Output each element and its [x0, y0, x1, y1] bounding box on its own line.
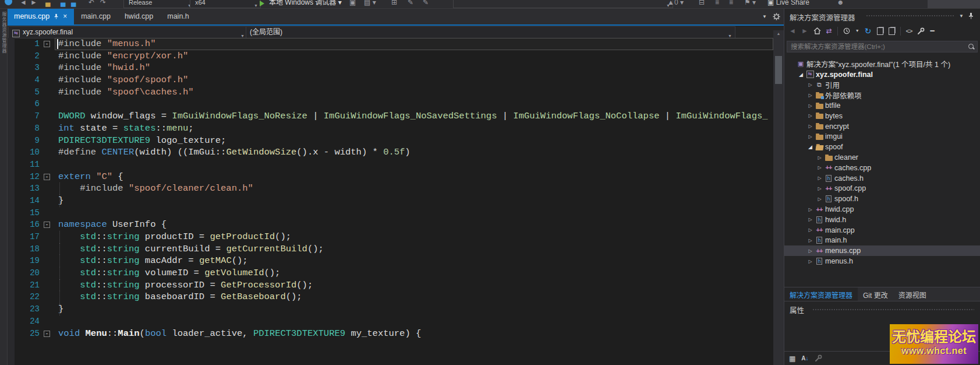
collapsed-arrow-icon[interactable]: ▷ — [806, 227, 814, 233]
sync-with-active-document-icon[interactable]: ⇄ — [826, 27, 832, 34]
tree-item--[interactable]: ▷外部依赖项 — [784, 90, 980, 100]
code-line[interactable]: 10#define CENTER(width) ((ImGui::GetWind… — [7, 146, 773, 159]
collapsed-arrow-icon[interactable]: ▷ — [806, 103, 814, 108]
tab-list-chevron-icon[interactable]: ▼ — [762, 14, 767, 19]
collapsed-arrow-icon[interactable]: ▷ — [806, 259, 814, 264]
undo-icon[interactable]: ↶ — [89, 0, 94, 8]
code-line[interactable]: 5#include "spoof\caches.h" — [7, 86, 773, 99]
start-debugging-icon[interactable] — [260, 1, 264, 6]
code-line[interactable]: 7DWORD window_flags = ImGuiWindowFlags_N… — [7, 110, 773, 122]
fold-collapse-icon[interactable]: - — [44, 174, 50, 180]
open-folder-icon[interactable]: ▄ — [45, 0, 51, 8]
search-input[interactable] — [787, 41, 977, 52]
platform-dropdown[interactable]: x64▼ — [190, 0, 261, 8]
home-icon[interactable] — [813, 27, 821, 34]
code-line[interactable]: 8int state = states::menu; — [7, 122, 773, 135]
fold-collapse-icon[interactable]: - — [44, 222, 50, 228]
collapsed-arrow-icon[interactable]: ▷ — [816, 196, 823, 202]
code-line[interactable]: 14} — [7, 195, 773, 207]
bottom-tab-Git-更改[interactable]: Git 更改 — [858, 287, 893, 301]
solution-explorer-search[interactable] — [787, 41, 978, 52]
bottom-tab-资源视图[interactable]: 资源视图 — [893, 287, 932, 301]
code-line[interactable]: 11 — [7, 159, 773, 171]
code-line[interactable]: 3#include "hwid.h" — [7, 62, 773, 74]
pin-icon[interactable] — [54, 13, 59, 19]
properties-pages-wrench-icon[interactable] — [815, 355, 822, 362]
code-line[interactable]: 20 std::string volumeID = getVolumeId(); — [7, 267, 773, 279]
code-line[interactable]: 18 std::string currentBuild = getCurrent… — [7, 243, 773, 255]
expanded-arrow-icon[interactable]: ◢ — [806, 144, 814, 150]
tree-item-main.cpp[interactable]: ▷++main.cpp — [784, 225, 980, 236]
configuration-dropdown[interactable]: Release▼ — [123, 0, 194, 8]
code-line[interactable]: 23} — [7, 303, 773, 315]
navigate-forward-icon[interactable]: ► — [30, 0, 37, 8]
tree-item-imgui[interactable]: ▷imgui — [784, 132, 980, 142]
code-line[interactable]: 13 #include "spoof/cleaner/clean.h" — [7, 182, 773, 195]
redo-icon[interactable]: ↷ — [100, 0, 106, 8]
properties-header[interactable]: 属性 — [784, 301, 980, 315]
global-scope-dropdown[interactable]: (全局范围)▼ — [246, 26, 735, 38]
bottom-tab-解决方案资源管理器[interactable]: 解决方案资源管理器 — [784, 287, 858, 301]
code-line[interactable]: 6 — [7, 98, 773, 110]
feedback-button[interactable] — [928, 0, 980, 8]
code-line[interactable]: 21 std::string processorID = GetProcesso… — [7, 279, 773, 292]
code-line[interactable]: 12-extern "C" { — [7, 171, 773, 183]
scrollbar-thumb[interactable] — [775, 56, 782, 84]
refresh-icon[interactable]: ↻ — [865, 27, 872, 34]
tree-item--[interactable]: ▷⧉引用 — [784, 80, 980, 90]
window-position-chevron-icon[interactable]: ▼ — [959, 13, 964, 19]
collapsed-arrow-icon[interactable]: ▷ — [806, 217, 814, 222]
tree-item-spoof.cpp[interactable]: ▷++spoof.cpp — [784, 184, 980, 194]
collapsed-arrow-icon[interactable]: ▷ — [806, 113, 814, 118]
tree-item-hwid.h[interactable]: ▷hhwid.h — [784, 215, 980, 225]
fold-collapse-icon[interactable]: - — [44, 41, 50, 47]
tab-menus.cpp[interactable]: menus.cpp× — [7, 8, 74, 24]
properties-wrench-icon[interactable] — [917, 27, 925, 35]
categorized-icon[interactable]: ▦ — [789, 355, 795, 363]
code-area[interactable]: 1-#include "menus.h"2#include "encrypt/x… — [7, 38, 773, 365]
debug-target-button[interactable]: 本地 Windows 调试器 ▾ — [269, 0, 342, 8]
alphabetical-sort-icon[interactable]: A↓ — [801, 355, 808, 362]
collapsed-arrow-icon[interactable]: ▷ — [806, 82, 814, 87]
collapsed-arrow-icon[interactable]: ▷ — [806, 134, 814, 139]
tree-item-menus.cpp[interactable]: ▷++menus.cpp — [784, 245, 980, 256]
code-line[interactable]: 17 std::string productID = getProductId(… — [7, 231, 773, 243]
code-line[interactable]: 16-namespace UserInfo { — [7, 219, 773, 231]
tree-item-caches.cpp[interactable]: ▷++caches.cpp — [784, 163, 980, 173]
collapsed-arrow-icon[interactable]: ▷ — [806, 124, 814, 129]
tab-options-gear-icon[interactable] — [773, 13, 780, 20]
collapsed-arrow-icon[interactable]: ▷ — [816, 165, 823, 170]
code-line[interactable]: 24 — [7, 315, 773, 328]
tree-item-main.h[interactable]: ▷hmain.h — [784, 236, 980, 246]
collapsed-arrow-icon[interactable]: ▷ — [816, 155, 823, 160]
collapsed-arrow-icon[interactable]: ▷ — [806, 238, 814, 243]
code-line[interactable]: 25-void Menu::Main(bool loader_active, P… — [7, 328, 773, 340]
close-tab-icon[interactable]: × — [63, 13, 67, 20]
sync-status-icon[interactable] — [5, 0, 12, 5]
tree-item-xyz.spoofer.final[interactable]: ◢⇆xyz.spoofer.final — [784, 69, 980, 80]
flag-icon[interactable]: ⚑ ▾ — [744, 0, 756, 8]
tree-item-spoof.h[interactable]: ▷hspoof.h — [784, 194, 980, 204]
save-all-icon[interactable]: ▄ — [71, 0, 76, 8]
pending-changes-filter-icon[interactable] — [843, 27, 850, 34]
collapsed-arrow-icon[interactable]: ▷ — [806, 207, 814, 212]
toolbar-empty-dropdown[interactable]: ▼ — [453, 0, 673, 8]
view-code-icon[interactable]: <> — [906, 27, 912, 34]
code-line[interactable]: 15 — [7, 207, 773, 219]
code-line[interactable]: 19 std::string macAddr = getMAC(); — [7, 255, 773, 267]
solution-explorer-titlebar[interactable]: 解决方案资源管理器 ▼ — [784, 8, 980, 23]
tree-item-cleaner[interactable]: ▷cleaner — [784, 152, 980, 163]
code-line[interactable]: 4#include "spoof/spoof.h" — [7, 74, 773, 86]
toolbar-misc-icon-1[interactable]: ▣ — [349, 0, 356, 8]
toolbar-misc-icon-5[interactable]: ✎ — [423, 0, 429, 8]
search-icon[interactable] — [968, 44, 974, 49]
toolbar-misc-icon-4[interactable]: ✎ — [408, 0, 413, 8]
project-scope-dropdown[interactable]: ⇆xyz.spoofer.final▼ — [8, 26, 248, 38]
errors-filter-icon[interactable]: ▲0 ▾ — [667, 0, 684, 8]
live-share-button[interactable]: ▣ Live Share — [767, 0, 809, 8]
tab-hwid.cpp[interactable]: hwid.cpp — [118, 8, 160, 24]
show-all-files-icon[interactable] — [889, 27, 895, 35]
forward-icon[interactable]: ► — [801, 27, 808, 34]
minus-box-icon[interactable]: ⊟ — [699, 0, 705, 8]
tree-item-bytes[interactable]: ▷bytes — [784, 111, 980, 121]
